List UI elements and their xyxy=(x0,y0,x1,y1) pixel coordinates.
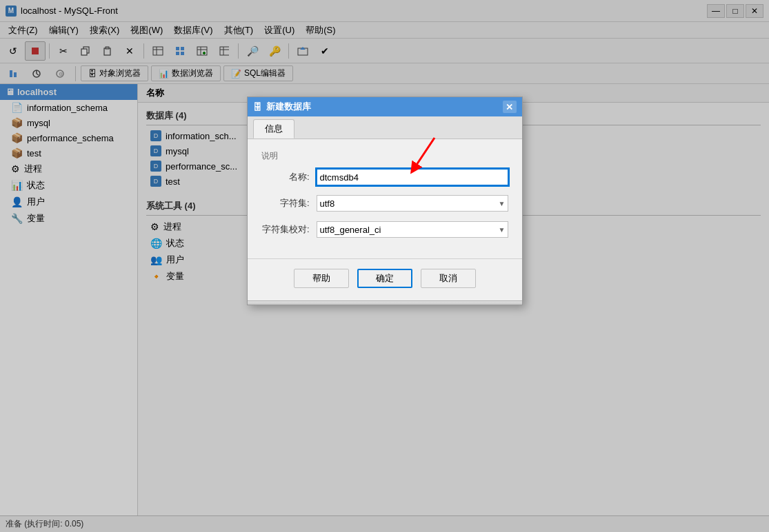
dialog-tab-info-label: 信息 xyxy=(265,123,283,134)
collation-select-wrapper: utf8_general_ci utf8_unicode_ci utf8_bin… xyxy=(317,221,508,238)
charset-select-wrapper: utf8 utf8mb4 latin1 gbk ▼ xyxy=(317,195,508,212)
charset-select[interactable]: utf8 utf8mb4 latin1 gbk xyxy=(317,195,508,212)
dialog-tabs: 信息 xyxy=(248,116,522,139)
dialog-body: 说明 名称: 字符集: utf8 utf8mb4 latin1 gbk ▼ xyxy=(248,139,522,258)
modal-overlay: 🗄 新建数据库 ✕ 信息 说明 名称: 字符集: utf8 xyxy=(0,0,769,532)
dialog-title-icon: 🗄 xyxy=(253,102,262,112)
help-button[interactable]: 帮助 xyxy=(294,269,349,288)
dialog-title: 新建数据库 xyxy=(266,101,499,113)
ok-button[interactable]: 确定 xyxy=(357,269,412,288)
cancel-button[interactable]: 取消 xyxy=(421,269,476,288)
collation-label: 字符集校对: xyxy=(261,223,317,236)
dialog-tab-info[interactable]: 信息 xyxy=(253,119,294,139)
new-database-dialog: 🗄 新建数据库 ✕ 信息 说明 名称: 字符集: utf8 xyxy=(247,96,523,305)
dialog-footer: 帮助 确定 取消 xyxy=(248,258,522,300)
name-input[interactable] xyxy=(317,169,508,185)
dialog-titlebar: 🗄 新建数据库 ✕ xyxy=(248,97,522,116)
dialog-resize-handle[interactable] xyxy=(248,300,522,305)
name-form-row: 名称: xyxy=(261,169,508,185)
collation-form-row: 字符集校对: utf8_general_ci utf8_unicode_ci u… xyxy=(261,221,508,238)
name-label: 名称: xyxy=(261,171,317,183)
dialog-section-label: 说明 xyxy=(261,150,508,162)
charset-form-row: 字符集: utf8 utf8mb4 latin1 gbk ▼ xyxy=(261,195,508,212)
charset-label: 字符集: xyxy=(261,197,317,209)
dialog-close-button[interactable]: ✕ xyxy=(503,101,517,113)
collation-select[interactable]: utf8_general_ci utf8_unicode_ci utf8_bin xyxy=(317,221,508,238)
